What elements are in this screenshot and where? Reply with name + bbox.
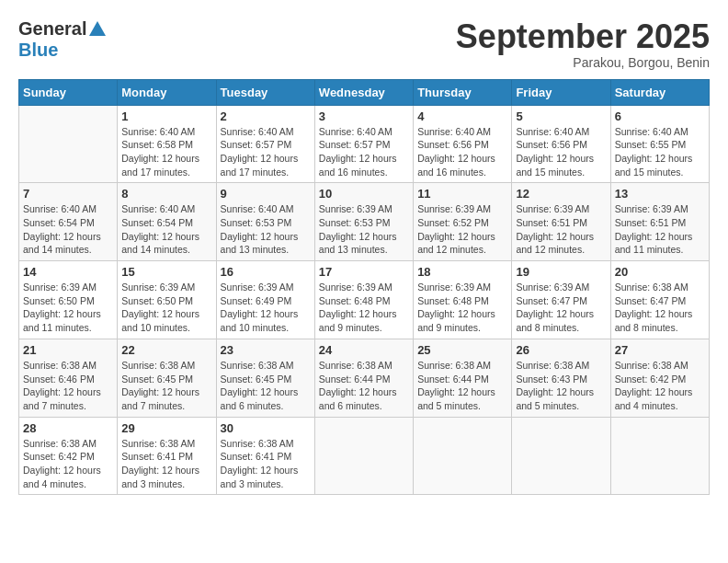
table-row: 20Sunrise: 6:38 AM Sunset: 6:47 PM Dayli… [610, 261, 709, 339]
calendar-week-row: 1Sunrise: 6:40 AM Sunset: 6:58 PM Daylig… [19, 105, 710, 183]
day-number: 24 [319, 343, 409, 357]
title-section: September 2025 Parakou, Borgou, Benin [456, 18, 710, 70]
day-info: Sunrise: 6:39 AM Sunset: 6:47 PM Dayligh… [516, 281, 606, 335]
header-friday: Friday [512, 79, 610, 105]
day-number: 7 [23, 187, 113, 201]
table-row: 6Sunrise: 6:40 AM Sunset: 6:55 PM Daylig… [610, 105, 709, 183]
table-row: 11Sunrise: 6:39 AM Sunset: 6:52 PM Dayli… [414, 183, 512, 261]
table-row: 3Sunrise: 6:40 AM Sunset: 6:57 PM Daylig… [314, 105, 413, 183]
day-number: 8 [121, 187, 211, 201]
day-number: 18 [417, 265, 507, 279]
header-sunday: Sunday [19, 79, 118, 105]
day-info: Sunrise: 6:40 AM Sunset: 6:56 PM Dayligh… [516, 125, 606, 179]
table-row: 15Sunrise: 6:39 AM Sunset: 6:50 PM Dayli… [118, 261, 216, 339]
table-row: 10Sunrise: 6:39 AM Sunset: 6:53 PM Dayli… [314, 183, 413, 261]
day-info: Sunrise: 6:40 AM Sunset: 6:57 PM Dayligh… [221, 125, 311, 179]
day-info: Sunrise: 6:40 AM Sunset: 6:55 PM Dayligh… [615, 125, 705, 179]
day-number: 15 [121, 265, 211, 279]
table-row: 27Sunrise: 6:38 AM Sunset: 6:42 PM Dayli… [610, 339, 709, 417]
day-number: 2 [221, 109, 311, 123]
table-row: 24Sunrise: 6:38 AM Sunset: 6:44 PM Dayli… [314, 339, 413, 417]
location-subtitle: Parakou, Borgou, Benin [456, 55, 710, 70]
table-row: 8Sunrise: 6:40 AM Sunset: 6:54 PM Daylig… [118, 183, 216, 261]
day-number: 14 [23, 265, 113, 279]
day-number: 30 [221, 421, 311, 435]
table-row: 18Sunrise: 6:39 AM Sunset: 6:48 PM Dayli… [414, 261, 512, 339]
day-number: 13 [615, 187, 705, 201]
header-monday: Monday [118, 79, 216, 105]
table-row [314, 417, 413, 495]
table-row: 5Sunrise: 6:40 AM Sunset: 6:56 PM Daylig… [512, 105, 610, 183]
logo: General Blue [18, 18, 106, 61]
table-row [512, 417, 610, 495]
day-number: 11 [417, 187, 507, 201]
table-row: 2Sunrise: 6:40 AM Sunset: 6:57 PM Daylig… [216, 105, 314, 183]
calendar-week-row: 21Sunrise: 6:38 AM Sunset: 6:46 PM Dayli… [19, 339, 710, 417]
day-number: 10 [319, 187, 409, 201]
day-info: Sunrise: 6:38 AM Sunset: 6:42 PM Dayligh… [23, 437, 113, 491]
day-number: 22 [121, 343, 211, 357]
table-row: 19Sunrise: 6:39 AM Sunset: 6:47 PM Dayli… [512, 261, 610, 339]
day-info: Sunrise: 6:40 AM Sunset: 6:57 PM Dayligh… [319, 125, 409, 179]
table-row: 4Sunrise: 6:40 AM Sunset: 6:56 PM Daylig… [414, 105, 512, 183]
table-row: 23Sunrise: 6:38 AM Sunset: 6:45 PM Dayli… [216, 339, 314, 417]
day-info: Sunrise: 6:39 AM Sunset: 6:49 PM Dayligh… [221, 281, 311, 335]
day-number: 1 [121, 109, 211, 123]
day-number: 19 [516, 265, 606, 279]
day-number: 21 [23, 343, 113, 357]
table-row: 30Sunrise: 6:38 AM Sunset: 6:41 PM Dayli… [216, 417, 314, 495]
day-number: 4 [417, 109, 507, 123]
day-number: 6 [615, 109, 705, 123]
day-info: Sunrise: 6:39 AM Sunset: 6:53 PM Dayligh… [319, 202, 409, 257]
table-row: 1Sunrise: 6:40 AM Sunset: 6:58 PM Daylig… [118, 105, 216, 183]
logo-general-text: General [18, 18, 86, 40]
header-saturday: Saturday [610, 79, 709, 105]
table-row [414, 417, 512, 495]
table-row: 29Sunrise: 6:38 AM Sunset: 6:41 PM Dayli… [118, 417, 216, 495]
day-number: 28 [23, 421, 113, 435]
day-info: Sunrise: 6:40 AM Sunset: 6:54 PM Dayligh… [23, 202, 113, 257]
table-row: 7Sunrise: 6:40 AM Sunset: 6:54 PM Daylig… [19, 183, 118, 261]
table-row: 28Sunrise: 6:38 AM Sunset: 6:42 PM Dayli… [19, 417, 118, 495]
day-number: 12 [516, 187, 606, 201]
day-info: Sunrise: 6:40 AM Sunset: 6:54 PM Dayligh… [121, 202, 211, 257]
calendar-header-row: Sunday Monday Tuesday Wednesday Thursday… [19, 79, 710, 105]
day-number: 27 [615, 343, 705, 357]
header-thursday: Thursday [414, 79, 512, 105]
day-info: Sunrise: 6:40 AM Sunset: 6:53 PM Dayligh… [221, 202, 311, 257]
day-number: 17 [319, 265, 409, 279]
day-number: 23 [221, 343, 311, 357]
day-info: Sunrise: 6:38 AM Sunset: 6:45 PM Dayligh… [121, 359, 211, 413]
table-row: 22Sunrise: 6:38 AM Sunset: 6:45 PM Dayli… [118, 339, 216, 417]
day-number: 29 [121, 421, 211, 435]
table-row: 21Sunrise: 6:38 AM Sunset: 6:46 PM Dayli… [19, 339, 118, 417]
month-title: September 2025 [456, 18, 710, 55]
header-tuesday: Tuesday [216, 79, 314, 105]
day-number: 16 [221, 265, 311, 279]
day-info: Sunrise: 6:39 AM Sunset: 6:48 PM Dayligh… [417, 281, 507, 335]
day-info: Sunrise: 6:39 AM Sunset: 6:48 PM Dayligh… [319, 281, 409, 335]
calendar-week-row: 14Sunrise: 6:39 AM Sunset: 6:50 PM Dayli… [19, 261, 710, 339]
day-number: 3 [319, 109, 409, 123]
day-info: Sunrise: 6:40 AM Sunset: 6:56 PM Dayligh… [417, 125, 507, 179]
day-info: Sunrise: 6:38 AM Sunset: 6:43 PM Dayligh… [516, 359, 606, 413]
day-info: Sunrise: 6:38 AM Sunset: 6:47 PM Dayligh… [615, 281, 705, 335]
day-info: Sunrise: 6:39 AM Sunset: 6:51 PM Dayligh… [615, 202, 705, 257]
day-number: 20 [615, 265, 705, 279]
table-row: 12Sunrise: 6:39 AM Sunset: 6:51 PM Dayli… [512, 183, 610, 261]
day-number: 9 [221, 187, 311, 201]
day-info: Sunrise: 6:39 AM Sunset: 6:50 PM Dayligh… [121, 281, 211, 335]
table-row: 9Sunrise: 6:40 AM Sunset: 6:53 PM Daylig… [216, 183, 314, 261]
day-info: Sunrise: 6:38 AM Sunset: 6:44 PM Dayligh… [417, 359, 507, 413]
day-info: Sunrise: 6:38 AM Sunset: 6:42 PM Dayligh… [615, 359, 705, 413]
table-row: 14Sunrise: 6:39 AM Sunset: 6:50 PM Dayli… [19, 261, 118, 339]
calendar-week-row: 7Sunrise: 6:40 AM Sunset: 6:54 PM Daylig… [19, 183, 710, 261]
page-header: General Blue September 2025 Parakou, Bor… [18, 18, 710, 70]
table-row [19, 105, 118, 183]
day-info: Sunrise: 6:39 AM Sunset: 6:50 PM Dayligh… [23, 281, 113, 335]
day-info: Sunrise: 6:38 AM Sunset: 6:45 PM Dayligh… [221, 359, 311, 413]
logo-triangle-icon [89, 21, 106, 40]
day-number: 26 [516, 343, 606, 357]
day-info: Sunrise: 6:38 AM Sunset: 6:46 PM Dayligh… [23, 359, 113, 413]
calendar-table: Sunday Monday Tuesday Wednesday Thursday… [18, 79, 710, 496]
